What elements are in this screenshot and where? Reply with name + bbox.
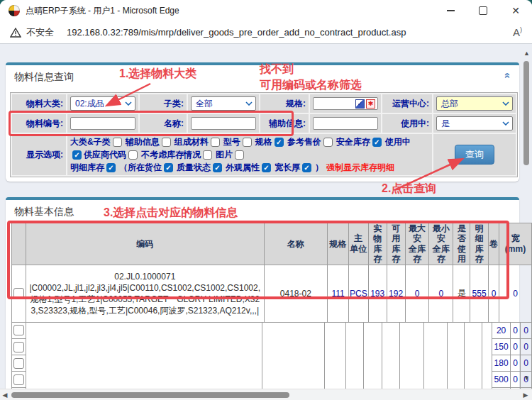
annotation-step3: 3.选择点击对应的物料信息 [104, 206, 238, 221]
result-table-viewport: 编码 名称 规格 主 单位 实物 库存 可用 库存 最大安 全库存 最小安 全库… [11, 223, 532, 389]
scroll-right-icon[interactable]: ▶ [521, 391, 531, 399]
close-icon: ✕ [511, 6, 520, 16]
opt-model-checkbox[interactable] [243, 138, 252, 147]
opt-quality-checkbox[interactable]: ✓ [213, 163, 222, 172]
aux-info-input[interactable] [313, 117, 378, 130]
close-button[interactable]: ✕ [499, 0, 532, 21]
opt-spec-checkbox[interactable]: ✓ [275, 138, 284, 147]
select-column-header [12, 223, 26, 265]
col-width: 宽 (mm) [499, 223, 532, 265]
scroll-left-icon[interactable]: ◀ [0, 391, 10, 399]
display-options-label: 显示选项: [12, 134, 66, 175]
operation-center-label: 运营中心: [382, 94, 432, 113]
operation-center-select[interactable]: 总部 [436, 96, 513, 111]
detail-row[interactable]: 150 0 0 [12, 339, 532, 355]
opt-materials-checkbox[interactable] [211, 138, 220, 147]
vertical-scroll-down-icon[interactable]: ▼ [523, 374, 530, 382]
row-checkbox[interactable] [13, 288, 24, 299]
result-panel-title: 物料基本信息 [14, 206, 74, 218]
col-roll: 卷 [489, 223, 499, 265]
spec-label: 规格: [260, 94, 309, 113]
opt-ignorestock-checkbox[interactable] [203, 150, 212, 160]
horizontal-scrollbar[interactable]: ◀ ▶ [0, 389, 532, 400]
col-unit: 主 单位 [349, 223, 369, 265]
query-panel-title: 物料信息查询 [14, 71, 74, 84]
detail-row[interactable]: 500 0 0 [12, 372, 532, 388]
query-button[interactable]: 查询 [455, 145, 494, 165]
url-text[interactable]: 192.168.0.32:789/mis/mrp/deliver_goods_p… [67, 27, 507, 38]
spec-picker-icon[interactable]: ✓ [355, 99, 365, 109]
col-name: 名称 [264, 223, 328, 265]
col-min-safe-stock: 最小安 全库存 [429, 223, 453, 265]
opt-location-checkbox[interactable]: ✓ [164, 163, 173, 172]
opt-inuse-checkbox[interactable]: ✓ [72, 150, 82, 160]
subclass-label: 子类: [140, 94, 187, 113]
in-use-select[interactable]: 是 [436, 116, 513, 130]
opt-appearance-checkbox[interactable]: ✓ [262, 163, 271, 172]
col-detail-stock: 明细 库存 [470, 223, 489, 265]
opt-refprice-checkbox[interactable] [323, 138, 333, 147]
force-detail-note: 强制显示库存明细 [326, 162, 394, 174]
annotation-step2: 2.点击查询 [382, 182, 436, 196]
row-checkbox[interactable] [13, 358, 24, 369]
chevron-down-icon [502, 101, 509, 106]
annotation-hint-line1: 找不到 [260, 62, 294, 77]
col-code: 编码 [26, 223, 264, 265]
in-use-label: 使用中: [382, 114, 432, 133]
annotation-hint-line2: 可用编码或名称筛选 [260, 78, 362, 93]
col-in-use: 是否 使用 [453, 223, 470, 265]
chevron-down-icon [502, 121, 509, 126]
dianqing-logo-icon [9, 5, 20, 16]
chevron-down-icon [245, 101, 253, 106]
col-available-stock: 可用 库存 [387, 223, 405, 265]
row-checkbox[interactable] [13, 374, 24, 385]
opt-bigclass-checkbox[interactable] [113, 138, 122, 147]
opt-auxinfo-checkbox[interactable] [162, 138, 171, 147]
material-code-input[interactable] [70, 117, 135, 130]
col-max-safe-stock: 最大安 全库存 [405, 223, 429, 265]
detail-stock-table: 20 0 0 150 0 0 [11, 323, 532, 389]
material-row[interactable]: 02.JL0.1000071|C00002,JL,jl1,jl2,jl3,jl4… [12, 265, 532, 322]
annotation-step1: 1.选择物料大类 [119, 67, 196, 82]
detail-row[interactable]: 20 0 0 [12, 323, 532, 339]
read-aloud-icon[interactable]: A) [513, 26, 522, 38]
collapse-chevron-icon[interactable]: « [501, 72, 514, 78]
opt-supplier-checkbox[interactable] [128, 150, 138, 160]
detail-row[interactable]: 180 0 0 [12, 355, 532, 372]
opt-detailstock-checkbox[interactable]: ✓ [106, 163, 116, 172]
material-info-panel: 物料基本信息 编码 名称 [6, 197, 519, 389]
name-label: 名称: [140, 114, 187, 133]
material-code-label: 物料编号: [12, 114, 66, 133]
chevron-down-icon [125, 101, 132, 106]
material-table: 编码 名称 规格 主 单位 实物 库存 可用 库存 最大安 全库存 最小安 全库… [11, 223, 532, 323]
subclass-select[interactable]: 全部 [191, 96, 256, 111]
row-checkbox[interactable] [13, 325, 24, 335]
col-spec: 规格 [328, 223, 349, 265]
spec-clear-icon[interactable]: ✱ [366, 99, 375, 109]
maximize-button[interactable] [467, 0, 499, 21]
vertical-scrollbar-thumb[interactable] [523, 61, 529, 165]
panel-accent-bar [6, 197, 519, 200]
aux-info-label: 辅助信息: [260, 114, 309, 133]
display-options: 大类&子类 辅助信息 组成材料 型号 规格✓ 参考售价 安全库存✓ 使用中 ✓ [67, 134, 432, 175]
col-physical-stock: 实物 库存 [368, 223, 387, 265]
page-content: 物料信息查询 « 物料大类: 02:成品 子类: [0, 44, 532, 400]
desktop: 点晴ERP子系统 - 用户1 - Microsoft Edge ✕ 不安全 19… [0, 0, 532, 400]
maximize-icon [479, 6, 487, 15]
material-name-cell: 0418-02 [264, 265, 328, 322]
minimize-icon [447, 10, 455, 11]
query-form: 物料大类: 02:成品 子类: 全部 规格: [10, 92, 518, 177]
security-label[interactable]: 不安全 [26, 26, 54, 39]
row-checkbox[interactable] [13, 342, 24, 352]
opt-picture-checkbox[interactable] [235, 150, 244, 160]
title-bar: 点晴ERP子系统 - 用户1 - Microsoft Edge ✕ [0, 0, 532, 21]
opt-dimension-checkbox[interactable]: ✓ [302, 163, 311, 172]
material-category-select[interactable]: 02:成品 [70, 96, 135, 111]
minimize-button[interactable] [434, 0, 467, 21]
category-label: 物料大类: [12, 94, 66, 113]
window-title: 点晴ERP子系统 - 用户1 - Microsoft Edge [26, 5, 179, 17]
opt-safestock-checkbox[interactable]: ✓ [372, 138, 382, 147]
vertical-scroll-up-icon[interactable]: ▲ [523, 50, 530, 57]
name-input[interactable] [191, 117, 256, 130]
horizontal-scrollbar-thumb[interactable] [11, 392, 289, 398]
